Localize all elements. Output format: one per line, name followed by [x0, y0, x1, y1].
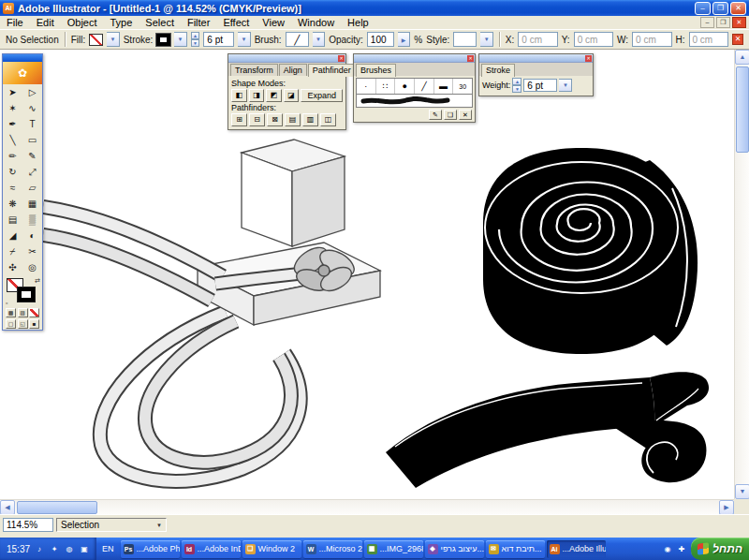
palette-titlebar[interactable]: ✕ — [228, 54, 345, 63]
fill-none-swatch[interactable] — [89, 34, 103, 46]
minimize-button[interactable]: – — [695, 2, 711, 15]
line-segment-tool[interactable]: ╲ — [3, 132, 22, 148]
slice-tool[interactable]: ⌿ — [3, 243, 22, 259]
opacity-dropdown-icon[interactable]: ▶ — [398, 32, 410, 47]
stroke-swatch[interactable] — [18, 287, 35, 302]
dot-3pt-brush[interactable]: · — [357, 79, 376, 94]
paintbrush-tool[interactable]: ✏ — [3, 148, 22, 164]
scissors-tool[interactable]: ✂ — [22, 243, 42, 259]
menu-item[interactable]: Select — [139, 16, 181, 29]
menu-item[interactable]: Effect — [216, 16, 256, 29]
taskbar-button-photoshop[interactable]: Ps ...Adobe Phot — [121, 540, 180, 558]
style-dropdown-icon[interactable]: ▼ — [480, 32, 492, 47]
close-icon[interactable]: ✕ — [585, 55, 592, 62]
menu-item[interactable]: Edit — [30, 16, 61, 29]
close-icon[interactable]: ✕ — [467, 55, 474, 62]
antivirus-icon[interactable]: ✦ — [49, 543, 60, 554]
clock[interactable]: 15:37 — [7, 544, 30, 554]
stroke-weight-dropdown-icon[interactable]: ▼ — [238, 32, 250, 47]
control-bar-close-icon[interactable]: ✕ — [732, 34, 743, 45]
taskbar-button-illustrator[interactable]: Ai ...Adobe Illus — [547, 540, 606, 558]
symbol-sprayer-tool[interactable]: ❋ — [3, 196, 22, 212]
screen-mode-button[interactable]: ▢ — [6, 319, 16, 329]
status-popup[interactable]: Selection ▼ — [56, 518, 167, 532]
tab-transform[interactable]: Transform — [230, 64, 278, 76]
gradient-button[interactable]: ▨ — [18, 308, 28, 317]
swap-fill-stroke-icon[interactable]: ⇄ — [35, 277, 40, 285]
zoom-tool[interactable]: ◎ — [22, 259, 42, 275]
horizontal-scrollbar[interactable]: ◀ ▶ — [0, 499, 734, 514]
document-close-button[interactable]: ✕ — [732, 17, 746, 28]
oval-brush[interactable]: ▬ — [434, 79, 454, 94]
brush-dropdown-icon[interactable]: ▼ — [313, 32, 325, 47]
h-field[interactable]: 0 cm — [689, 32, 728, 47]
add-to-shape-area-button[interactable]: ◧ — [231, 89, 247, 102]
tab-brushes[interactable]: Brushes — [356, 64, 396, 77]
menu-item[interactable]: Help — [341, 16, 375, 29]
scroll-left-icon[interactable]: ◀ — [0, 500, 15, 515]
hand-tool[interactable]: ✣ — [3, 259, 22, 275]
menu-item[interactable]: Object — [61, 16, 104, 29]
direct-selection-tool[interactable]: ▷ — [22, 84, 42, 100]
menu-item[interactable]: Type — [104, 16, 140, 29]
menu-item[interactable]: View — [256, 16, 291, 29]
trim-button[interactable]: ⊟ — [249, 113, 265, 126]
screen-mode-button[interactable]: ◱ — [18, 319, 28, 329]
maximize-button[interactable]: ❐ — [712, 2, 728, 15]
document-minimize-button[interactable]: – — [700, 17, 714, 28]
taskbar-button-image[interactable]: ▦ ...IMG_2968 — [364, 540, 423, 558]
merge-button[interactable]: ⊠ — [267, 113, 283, 126]
default-fill-stroke-icon[interactable]: ▫ — [6, 300, 7, 306]
brush-preview[interactable]: ╱ — [286, 32, 309, 47]
lasso-tool[interactable]: ∿ — [22, 100, 42, 116]
messenger-icon[interactable]: ◉ — [662, 543, 673, 554]
scroll-right-icon[interactable]: ▶ — [719, 500, 734, 515]
dot-10pt-brush[interactable]: ● — [395, 79, 415, 94]
gradient-tool[interactable]: ▒ — [22, 212, 42, 228]
opacity-field[interactable]: 100 — [367, 32, 394, 47]
calligraphic-brush[interactable]: ╱ — [415, 79, 434, 94]
taskbar-button-window-group[interactable]: ❏ Window 2 — [242, 540, 301, 558]
selection-tool[interactable]: ➤ — [3, 84, 22, 100]
color-button[interactable]: ▩ — [6, 308, 16, 317]
start-button[interactable]: התחל — [691, 538, 749, 560]
stroke-weight-field[interactable]: 6 pt — [203, 32, 234, 47]
rectangle-tool[interactable]: ▭ — [22, 132, 42, 148]
style-field[interactable] — [453, 32, 477, 47]
magic-wand-tool[interactable]: ✶ — [3, 100, 22, 116]
menu-item[interactable]: Window — [291, 16, 341, 29]
close-icon[interactable]: ✕ — [338, 55, 345, 62]
gift-box-artwork[interactable] — [43, 140, 380, 481]
taskbar-button-mailbox[interactable]: ✉ תיבת דוא... — [486, 540, 545, 558]
toolbox-titlebar[interactable] — [3, 54, 42, 62]
scroll-up-icon[interactable]: ▲ — [735, 50, 749, 65]
weight-field[interactable]: 6 pt — [523, 79, 557, 92]
close-button[interactable]: ✕ — [730, 2, 746, 15]
new-brush-icon[interactable]: ❏ — [444, 110, 457, 120]
document-restore-button[interactable]: ❐ — [716, 17, 730, 28]
language-indicator[interactable]: EN — [96, 544, 120, 553]
palette-titlebar[interactable]: ✕ — [479, 54, 593, 63]
outline-button[interactable]: ▥ — [302, 113, 318, 126]
weight-dropdown-icon[interactable]: ▼ — [559, 79, 572, 92]
weight-stepper[interactable]: ▲▼ — [512, 78, 521, 93]
fill-dropdown-icon[interactable]: ▼ — [107, 32, 119, 47]
palette-titlebar[interactable]: ✕ — [354, 54, 475, 63]
banner-artwork[interactable] — [386, 372, 709, 488]
type-tool[interactable]: T — [22, 116, 42, 132]
delete-brush-icon[interactable]: ✕ — [459, 110, 472, 120]
screen-mode-button[interactable]: ■ — [29, 319, 39, 329]
free-transform-tool[interactable]: ▱ — [22, 180, 42, 196]
edit-brush-icon[interactable]: ✎ — [429, 110, 442, 120]
tab-stroke[interactable]: Stroke — [481, 64, 515, 77]
scroll-down-icon[interactable]: ▼ — [735, 484, 749, 499]
stroke-dropdown-icon[interactable]: ▼ — [174, 32, 186, 47]
crop-button[interactable]: ▤ — [285, 113, 301, 126]
y-field[interactable]: 0 cm — [574, 32, 613, 47]
subtract-from-shape-area-button[interactable]: ◨ — [249, 89, 265, 102]
intersect-shape-areas-button[interactable]: ◩ — [266, 89, 282, 102]
horizontal-scroll-thumb[interactable] — [17, 501, 97, 514]
rotate-tool[interactable]: ↻ — [3, 164, 22, 180]
vertical-scroll-thumb[interactable] — [736, 66, 749, 153]
expand-button[interactable]: Expand — [301, 89, 343, 102]
